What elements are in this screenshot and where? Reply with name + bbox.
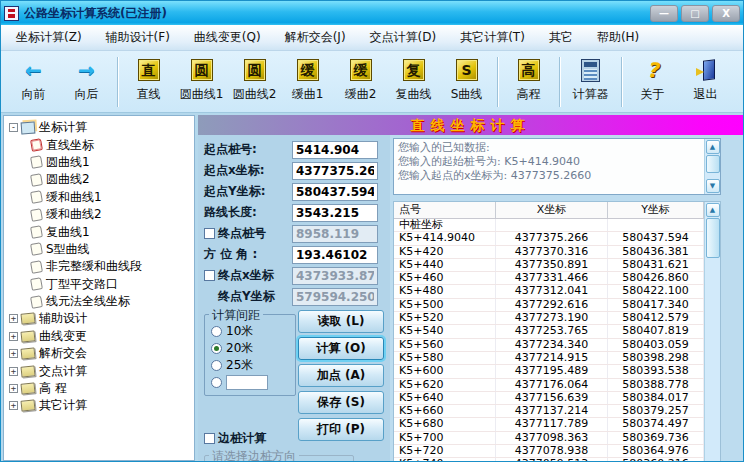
table-scrollbar[interactable]: ▲ — [704, 202, 720, 462]
tree-node-5[interactable]: 复曲线1 — [7, 223, 194, 240]
calculate-button[interactable]: 计算 (O) — [298, 337, 384, 360]
column-header-2[interactable]: Y坐标 — [608, 202, 704, 218]
table-row[interactable]: K5+6604377137.214580379.257 — [394, 405, 704, 418]
tree-branch-2[interactable]: +解析交会 — [7, 345, 194, 362]
expand-icon[interactable]: + — [9, 401, 18, 410]
table-row[interactable]: K5+4604377331.466580426.860 — [394, 272, 704, 285]
table-row[interactable]: K5+5804377214.915580398.298 — [394, 352, 704, 365]
column-header-1[interactable]: X坐标 — [496, 202, 608, 218]
tree-node-4[interactable]: 缓和曲线2 — [7, 206, 194, 223]
start-x-input[interactable] — [292, 162, 378, 180]
tree-branch-0[interactable]: +辅助设计 — [7, 310, 194, 327]
route-length-input[interactable] — [292, 204, 378, 222]
interval-option-20m[interactable]: 20米 — [211, 340, 291, 356]
azimuth-input[interactable] — [292, 246, 378, 264]
tree-branch-1[interactable]: +曲线变更 — [7, 328, 194, 345]
table-row[interactable]: 中桩坐标 — [394, 219, 704, 232]
column-header-0[interactable]: 点号 — [394, 202, 496, 218]
interval-option-10m[interactable]: 10米 — [211, 323, 291, 339]
table-row[interactable]: K5+5204377273.190580412.579 — [394, 312, 704, 325]
scroll-down-icon[interactable]: ▼ — [706, 179, 720, 193]
toolbar-button-compound[interactable]: 复复曲线 — [387, 56, 440, 103]
table-row[interactable]: K5+7204377078.938580364.976 — [394, 445, 704, 458]
table-row[interactable]: K5+4404377350.891580431.621 — [394, 259, 704, 272]
toolbar-button-circle2[interactable]: 圆圆曲线2 — [228, 56, 281, 103]
expand-icon[interactable]: + — [9, 314, 18, 323]
tree-node-1[interactable]: 圆曲线1 — [7, 154, 194, 171]
tree-node-2[interactable]: 圆曲线2 — [7, 171, 194, 188]
info-scrollbar[interactable]: ▲ ▼ — [704, 139, 720, 194]
scrollbar-thumb[interactable] — [706, 155, 720, 173]
add-point-button[interactable]: 加点 (A) — [298, 364, 384, 387]
minimize-button[interactable]: — — [650, 5, 678, 22]
table-row[interactable]: K5+6404377156.639580384.017 — [394, 392, 704, 405]
toolbar-button-elevation[interactable]: 高高程 — [502, 56, 555, 103]
start-station-input[interactable] — [292, 141, 378, 159]
tree-node-root[interactable]: -坐标计算 — [7, 119, 194, 136]
expand-icon[interactable]: + — [9, 384, 18, 393]
table-row[interactable]: K5+5404377253.765580407.819 — [394, 325, 704, 338]
table-row[interactable]: K5+5004377292.616580417.340 — [394, 299, 704, 312]
toolbar-button-s-curve[interactable]: SS曲线 — [440, 56, 493, 103]
calculator-icon — [581, 59, 600, 82]
collapse-icon[interactable]: - — [9, 123, 18, 132]
table-row[interactable]: K5+4204377370.316580436.381 — [394, 246, 704, 259]
end-x-checkbox[interactable] — [204, 270, 215, 281]
menu-item-1[interactable]: 辅助设计(F) — [95, 25, 181, 50]
tree-branch-5[interactable]: +其它计算 — [7, 397, 194, 414]
custom-interval-input[interactable] — [226, 375, 268, 390]
table-row[interactable]: K5+6004377195.489580393.538 — [394, 365, 704, 378]
tree-node-0[interactable]: 直线坐标 — [7, 136, 194, 153]
scroll-up-icon[interactable]: ▲ — [706, 140, 720, 154]
toolbar-button-circle1[interactable]: 圆圆曲线1 — [175, 56, 228, 103]
scrollbar-thumb[interactable] — [706, 218, 720, 258]
tree-node-7[interactable]: 非完整缓和曲线段 — [7, 258, 194, 275]
print-button[interactable]: 打印 (P) — [298, 418, 384, 441]
expand-icon[interactable]: + — [9, 367, 18, 376]
toolbar-button-about[interactable]: ?关于 — [626, 56, 679, 103]
tree-node-9[interactable]: 线元法全线坐标 — [7, 293, 194, 310]
menu-item-0[interactable]: 坐标计算(Z) — [5, 25, 93, 50]
scroll-up-icon[interactable]: ▲ — [706, 203, 720, 217]
expand-icon[interactable]: + — [9, 332, 18, 341]
tree-branch-4[interactable]: +高 程 — [7, 380, 194, 397]
close-button[interactable]: X — [712, 5, 740, 22]
start-y-input[interactable] — [292, 183, 378, 201]
toolbar-button-forward[interactable]: ←向前 — [7, 56, 60, 103]
menu-item-7[interactable]: 帮助(H) — [586, 25, 650, 50]
table-row[interactable]: K5+6804377117.789580374.497 — [394, 418, 704, 431]
side-stake-checkbox[interactable] — [204, 433, 215, 444]
toolbar-button-back[interactable]: →向后 — [60, 56, 113, 103]
table-row[interactable]: K5+5604377234.340580403.059 — [394, 339, 704, 352]
radio-custom[interactable] — [211, 377, 222, 388]
expand-icon[interactable]: + — [9, 349, 18, 358]
interval-option-25m[interactable]: 25米 — [211, 357, 291, 373]
maximize-button[interactable]: □ — [681, 5, 709, 22]
table-row[interactable]: K5+7004377098.363580369.736 — [394, 432, 704, 445]
radio-10m[interactable] — [211, 326, 222, 337]
tree-node-8[interactable]: 丁型平交路口 — [7, 276, 194, 293]
table-row[interactable]: K5+414.90404377375.266580437.594 — [394, 232, 704, 245]
toolbar-button-calculator[interactable]: 计算器 — [564, 56, 617, 103]
toolbar-button-line[interactable]: 直直线 — [122, 56, 175, 103]
interval-option-custom[interactable] — [211, 374, 291, 390]
radio-20m-selected[interactable] — [211, 343, 222, 354]
toolbar-button-spiral2[interactable]: 缓缓曲2 — [334, 56, 387, 103]
radio-25m[interactable] — [211, 360, 222, 371]
read-button[interactable]: 读取 (L) — [298, 310, 384, 333]
toolbar-button-spiral1[interactable]: 缓缓曲1 — [281, 56, 334, 103]
table-row[interactable]: K5+6204377176.064580388.778 — [394, 379, 704, 392]
tree-branch-3[interactable]: +交点计算 — [7, 362, 194, 379]
save-button[interactable]: 保存 (S) — [298, 391, 384, 414]
menu-item-3[interactable]: 解析交会(J) — [274, 25, 357, 50]
table-row[interactable]: K5+7404377059.513580360.216 — [394, 458, 704, 462]
menu-item-4[interactable]: 交点计算(D) — [359, 25, 448, 50]
menu-item-5[interactable]: 其它计算(T) — [449, 25, 536, 50]
toolbar-button-exit[interactable]: 退出 — [679, 56, 732, 103]
menu-item-2[interactable]: 曲线变更(Q) — [183, 25, 272, 50]
end-station-checkbox[interactable] — [204, 228, 215, 239]
tree-node-3[interactable]: 缓和曲线1 — [7, 189, 194, 206]
tree-node-6[interactable]: S型曲线 — [7, 241, 194, 258]
table-row[interactable]: K5+4804377312.041580422.100 — [394, 285, 704, 298]
menu-item-6[interactable]: 其它 — [538, 25, 584, 50]
